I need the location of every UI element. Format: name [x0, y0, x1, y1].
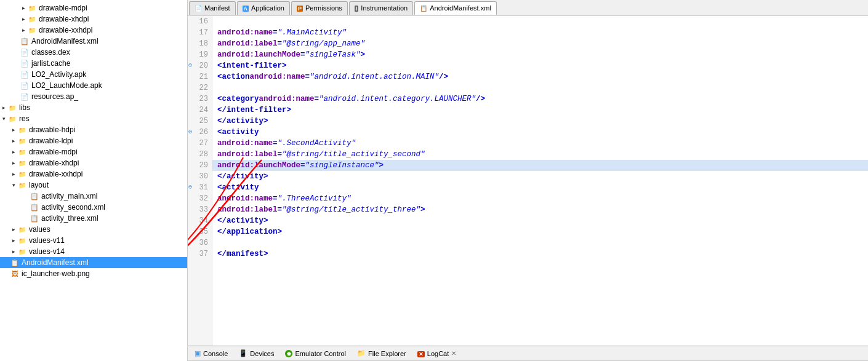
line-number-18: 18: [188, 38, 212, 49]
tree-item-label: activity_second.xml: [41, 203, 105, 212]
tree-item-drawable-xhdpi[interactable]: ▸📁drawable-xhdpi: [0, 157, 187, 169]
bottom-tab-label: LogCat: [427, 350, 449, 357]
line-number-29: 29: [188, 160, 212, 171]
tree-item-drawable-xxhdpi[interactable]: ▸📁drawable-xxhdpi: [0, 25, 187, 36]
tree-item-label: values-v14: [29, 247, 65, 256]
tree-item-libs[interactable]: ▸📁libs: [0, 102, 187, 113]
code-line-26: <activity: [212, 127, 868, 138]
tree-item-LO2_LauchMode-apk[interactable]: 📄LO2_LauchMode.apk: [0, 80, 187, 91]
tab-close-button[interactable]: ✕: [451, 350, 456, 357]
expand-icon[interactable]: ▸: [10, 148, 17, 156]
tree-item-values[interactable]: ▸📁values: [0, 224, 187, 235]
tree-item-jarlist-cache[interactable]: 📄jarlist.cache: [0, 58, 187, 69]
tree-item-drawable-xhdpi[interactable]: ▸📁drawable-xhdpi: [0, 14, 187, 25]
expand-icon[interactable]: ▸: [10, 126, 17, 133]
expand-icon[interactable]: ▸: [10, 237, 17, 244]
folder-icon: 📁: [17, 136, 27, 146]
expand-icon[interactable]: ▸: [10, 248, 17, 255]
expand-icon[interactable]: ▸: [20, 4, 27, 12]
bottom-tab-label: Emulator Control: [295, 350, 346, 357]
folder-icon: 📁: [17, 247, 27, 256]
collapse-icon[interactable]: ▾: [10, 181, 17, 189]
bottom-tab-file-explorer[interactable]: 📁File Explorer: [352, 347, 412, 360]
image-file-icon: 🖼: [10, 269, 20, 279]
tree-item-AndroidManifest-xml[interactable]: 📋AndroidManifest.xml: [0, 36, 187, 47]
code-line-20: <intent-filter>: [212, 60, 868, 71]
editor-tab-manifest[interactable]: 📄Manifest: [189, 1, 236, 15]
tab-label: Instrumentation: [361, 4, 408, 12]
line-number-16: 16: [188, 16, 212, 27]
line-number-26: 26⊖: [188, 127, 212, 138]
xml-file-icon: 📋: [30, 213, 39, 223]
expand-icon[interactable]: ▸: [20, 15, 27, 23]
bottom-tab-devices[interactable]: 📱Devices: [233, 347, 279, 360]
tree-item-layout[interactable]: ▾📁layout: [0, 180, 187, 191]
line-number-25: 25: [188, 116, 212, 127]
tree-item-drawable-xxhdpi[interactable]: ▸📁drawable-xxhdpi: [0, 169, 187, 180]
tree-item-label: activity_main.xml: [41, 192, 97, 200]
tree-item-label: drawable-xhdpi: [29, 159, 79, 167]
bottom-tab-label: Console: [203, 350, 228, 357]
tree-item-values-v14[interactable]: ▸📁values-v14: [0, 246, 187, 257]
file-icon: 📄: [20, 47, 30, 57]
tree-item-label: AndroidManifest.xml: [31, 37, 98, 46]
tree-item-label: drawable-xxhdpi: [39, 26, 92, 34]
tree-item-LO2_Activity-apk[interactable]: 📄LO2_Activity.apk: [0, 69, 187, 80]
expand-icon[interactable]: ▸: [10, 170, 17, 178]
tree-item-drawable-ldpi[interactable]: ▸📁drawable-ldpi: [0, 135, 187, 146]
code-line-36: [212, 237, 868, 248]
tree-item-activity_main-xml[interactable]: 📋activity_main.xml: [0, 191, 187, 202]
fold-indicator[interactable]: ⊖: [188, 127, 192, 138]
line-number-20: 20⊖: [188, 60, 212, 71]
fold-indicator[interactable]: ⊖: [188, 60, 192, 71]
collapse-icon[interactable]: ▾: [0, 115, 7, 122]
expand-icon[interactable]: ▸: [10, 137, 17, 145]
editor-wrapper: 📄ManifestAApplicationPPermissionsIInstru…: [188, 0, 868, 361]
tree-item-classes-dex[interactable]: 📄classes.dex: [0, 47, 187, 58]
bottom-tab-icon: 📱: [239, 349, 247, 357]
expand-icon[interactable]: ▸: [10, 226, 17, 233]
tree-item-activity_second-xml[interactable]: 📋activity_second.xml: [0, 202, 187, 213]
tree-item-drawable-mdpi[interactable]: ▸📁drawable-mdpi: [0, 146, 187, 157]
tree-item-ic_launcher-web-png[interactable]: 🖼ic_launcher-web.png: [0, 268, 187, 279]
tree-item-drawable-hdpi[interactable]: ▸📁drawable-hdpi: [0, 124, 187, 135]
line-number-27: 27: [188, 138, 212, 149]
expand-icon[interactable]: ▸: [10, 159, 17, 167]
tree-item-activity_three-xml[interactable]: 📋activity_three.xml: [0, 213, 187, 224]
bottom-tab-logcat[interactable]: ✕LogCat✕: [412, 347, 462, 360]
editor-tab-row: 📄ManifestAApplicationPPermissionsIInstru…: [188, 0, 868, 16]
editor-tab-androidmanifest-xml[interactable]: 📋AndroidManifest.xml: [414, 1, 497, 15]
editor-tab-application[interactable]: AApplication: [237, 1, 290, 15]
bottom-tabs-container: ▣Console📱Devices⬟Emulator Control📁File E…: [188, 346, 868, 361]
tree-item-label: jarlist.cache: [31, 59, 70, 68]
tree-item-values-v11[interactable]: ▸📁values-v11: [0, 235, 187, 246]
line-number-19: 19: [188, 49, 212, 60]
expand-icon[interactable]: ▸: [20, 26, 27, 34]
tree-item-resources-ap_[interactable]: 📄resources.ap_: [0, 91, 187, 102]
code-line-18: android:label="@string/app_name": [212, 38, 868, 49]
tree-item-drawable-mdpi[interactable]: ▸📁drawable-mdpi: [0, 2, 187, 14]
code-editor[interactable]: 1617181920⊖212223242526⊖2728293031⊖32333…: [188, 16, 868, 346]
editor-tab-permissions[interactable]: PPermissions: [291, 1, 348, 15]
tab-icon: I: [355, 4, 359, 12]
expand-icon[interactable]: ▸: [0, 104, 7, 111]
folder-icon: 📁: [7, 103, 17, 113]
folder-icon: 📁: [17, 158, 27, 168]
code-line-25: </activity>: [212, 116, 868, 127]
tree-item-label: libs: [19, 103, 30, 112]
folder-icon: 📁: [7, 114, 17, 124]
code-line-29: android:launchMode="singleInstance" >: [212, 160, 868, 171]
code-line-32: android:name=".ThreeActivity": [212, 193, 868, 204]
folder-icon: 📁: [17, 236, 27, 245]
tree-item-AndroidManifest-xml[interactable]: 📋AndroidManifest.xml: [0, 257, 187, 268]
line-number-24: 24: [188, 105, 212, 116]
fold-indicator[interactable]: ⊖: [188, 182, 192, 193]
tree-item-label: resources.ap_: [31, 92, 78, 101]
editor-tab-instrumentation[interactable]: IInstrumentation: [349, 1, 413, 15]
tree-item-res[interactable]: ▾📁res: [0, 113, 187, 124]
bottom-tab-console[interactable]: ▣Console: [189, 347, 233, 360]
tree-item-label: activity_three.xml: [41, 214, 98, 223]
tree-item-label: AndroidManifest.xml: [22, 258, 89, 267]
bottom-tab-emulator-control[interactable]: ⬟Emulator Control: [279, 347, 352, 360]
code-line-23: <category android:name="android.intent.c…: [212, 93, 868, 105]
